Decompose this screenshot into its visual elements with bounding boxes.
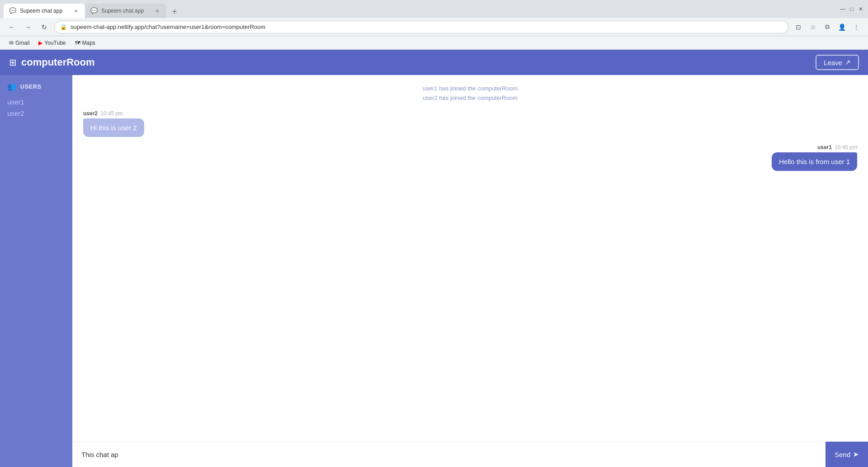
room-icon: ⊞ [9,57,17,68]
users-section-header: 👥 USERS [0,82,72,96]
system-messages: user1 has joined the computerRoom user2 … [83,84,857,103]
new-tab-button[interactable]: + [168,5,181,18]
gmail-favicon: ✉ [9,40,14,46]
message-time-1: 10:45 pm [100,110,123,117]
message-bubble-1: Hi this is user 2 [83,118,144,137]
tab-favicon-1: 💬 [9,7,16,14]
system-message-1: user1 has joined the computerRoom [83,84,857,94]
app-header: ⊞ computerRoom Leave ↗ [0,50,868,75]
sidebar: 👥 USERS user1 user2 [0,75,72,467]
message-time-2: 10:45 pm [835,144,857,151]
users-label: USERS [20,83,42,90]
minimize-button[interactable]: — [839,5,846,13]
tab-close-1[interactable]: ✕ [72,7,80,14]
user-list: user1 user2 [0,96,72,119]
tab-active[interactable]: 💬 Supeem chat app ✕ [4,4,85,18]
room-title: computerRoom [21,57,95,68]
input-area: Send ➤ [72,441,868,467]
users-icon: 👥 [7,82,17,91]
bookmark-maps[interactable]: 🗺 Maps [71,38,99,48]
message-username-2: user1 [817,144,832,151]
back-button[interactable]: ← [5,21,18,33]
close-button[interactable]: ✕ [857,5,864,13]
leave-icon: ↗ [845,58,851,66]
profile-icon[interactable]: 👤 [835,21,848,33]
bookmark-gmail[interactable]: ✉ Gmail [5,38,33,48]
send-icon: ➤ [853,450,859,458]
message-input[interactable] [72,442,826,467]
refresh-button[interactable]: ↻ [38,21,51,33]
message-meta-2: user1 10:45 pm [817,144,857,151]
bookmark-icon[interactable]: ☆ [807,21,819,33]
menu-icon[interactable]: ⋮ [850,21,863,33]
system-message-2: user2 has joined the computerRoom [83,94,857,103]
message-group-1: user2 10:45 pm Hi this is user 2 [83,110,857,137]
address-bar[interactable]: 🔒 supeem-chat-app.netlify.app/chat?usern… [54,21,788,33]
chat-messages: user1 has joined the computerRoom user2 … [72,75,868,441]
message-meta-1: user2 10:45 pm [83,110,123,117]
sidebar-user-1[interactable]: user1 [0,96,72,108]
tab-favicon-2: 💬 [90,7,98,14]
leave-label: Leave [824,59,842,66]
chat-area: user1 has joined the computerRoom user2 … [72,75,868,467]
message-bubble-2: Hello this is from user 1 [772,152,857,171]
youtube-favicon: ▶ [38,40,42,46]
lock-icon: 🔒 [60,24,67,30]
sidebar-user-2[interactable]: user2 [0,108,72,119]
tab-close-2[interactable]: ✕ [154,7,161,14]
cast-icon[interactable]: ⊡ [792,21,805,33]
send-label: Send [835,451,850,458]
forward-button[interactable]: → [22,21,34,33]
tab-inactive[interactable]: 💬 Supeem chat app ✕ [85,4,166,18]
message-username-1: user2 [83,110,98,117]
youtube-label: YouTube [44,40,66,46]
message-group-2: user1 10:45 pm Hello this is from user 1 [83,144,857,171]
leave-button[interactable]: Leave ↗ [816,55,859,70]
tab-title-1: Supeem chat app [20,8,69,14]
tab-title-2: Supeem chat app [101,8,150,14]
url-text: supeem-chat-app.netlify.app/chat?usernam… [71,24,783,30]
send-button[interactable]: Send ➤ [826,442,868,467]
maps-favicon: 🗺 [75,40,80,46]
maximize-button[interactable]: □ [848,5,855,13]
maps-label: Maps [82,40,95,46]
bookmark-youtube[interactable]: ▶ YouTube [35,38,69,48]
gmail-label: Gmail [15,40,29,46]
extensions-icon[interactable]: ⧉ [821,21,834,33]
bookmarks-bar: ✉ Gmail ▶ YouTube 🗺 Maps [0,36,868,50]
